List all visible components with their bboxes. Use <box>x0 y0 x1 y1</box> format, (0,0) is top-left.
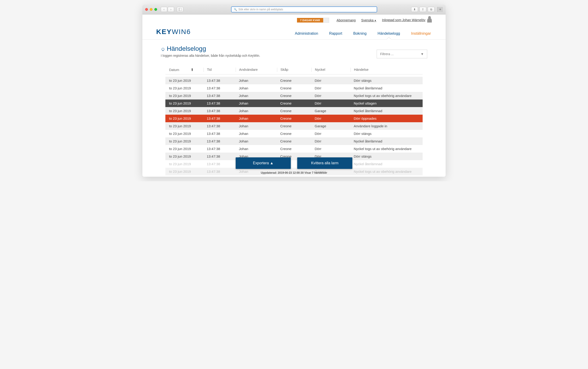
cell: Dörr öppnades <box>351 116 419 120</box>
cell: 13:47:38 <box>203 79 236 82</box>
cell: Creone <box>277 94 312 98</box>
table-row[interactable]: to 23 jun 201913:47:38Nyckel återlämnad <box>165 160 423 168</box>
downloads-icon[interactable]: ⬇ <box>411 7 418 12</box>
cell: to 23 jun 2019 <box>169 132 203 135</box>
cell: Johan <box>236 86 277 90</box>
address-bar[interactable]: 🔍 Sök eller skriv in namn på webbplats <box>231 6 377 12</box>
table-row[interactable]: to 23 jun 201913:47:38JohanCreoneDörrDör… <box>165 130 423 137</box>
export-button[interactable]: Exportera ▲ <box>236 157 291 169</box>
table-row[interactable]: to 23 jun 201913:47:38JohanCreoneGarageN… <box>165 107 423 115</box>
cell: Nyckel togs ut av obehörig användare <box>351 170 419 174</box>
browser-window: ‹ › 🔍 Sök eller skriv in namn på webbpla… <box>142 5 446 177</box>
cell: Nyckel togs ut av obehörig användare <box>351 147 419 151</box>
logged-in-user-link[interactable]: Inloggad som Johan Wärnelöv <box>382 18 425 22</box>
nav-handelselogg[interactable]: Händelselogg <box>377 28 401 39</box>
trial-progress-remainder <box>323 18 329 23</box>
window-controls <box>145 8 157 11</box>
subscription-link[interactable]: Abonnemang <box>336 18 355 22</box>
cell: to 23 jun 2019 <box>169 170 203 174</box>
cell: to 23 jun 2019 <box>169 154 203 158</box>
cell: Creone <box>277 132 312 135</box>
acknowledge-alarms-button[interactable]: Kvittera alla larm <box>297 157 352 169</box>
cell: Dörr <box>312 132 351 135</box>
browser-toolbar: ‹ › 🔍 Sök eller skriv in namn på webbpla… <box>142 5 446 14</box>
close-window-icon[interactable] <box>145 8 148 11</box>
table-row[interactable]: to 23 jun 201913:47:38JohanCreoneDörrDör… <box>165 115 423 122</box>
forward-button[interactable]: › <box>168 7 174 12</box>
filter-dropdown[interactable]: Filtrera ... ▼ <box>377 50 427 58</box>
col-event[interactable]: Händelse <box>351 68 419 72</box>
col-key[interactable]: Nyckel <box>312 68 351 72</box>
col-date[interactable]: Datum ⬆ <box>169 68 203 72</box>
table-row[interactable]: to 23 jun 201913:47:38JohanCreoneDörrNyc… <box>165 137 423 145</box>
cell: Dörr <box>312 139 351 143</box>
cell: 13:47:38 <box>203 170 236 174</box>
cell: to 23 jun 2019 <box>169 147 203 151</box>
new-tab-button[interactable]: + <box>437 7 443 12</box>
language-selector[interactable]: Svenska <box>361 18 376 22</box>
magnifier-icon: ⌕ <box>159 45 166 52</box>
table-body: to 23 jun 201913:47:38JohanCreoneDörrDör… <box>165 77 423 175</box>
cell: Creone <box>277 101 312 105</box>
cell: Användare loggade in <box>351 124 419 128</box>
cell: Johan <box>236 139 277 143</box>
page-subtitle: I loggen registreras alla händelser, båd… <box>161 54 260 57</box>
table-row[interactable]: to 23 jun 201913:47:38JohanCreoneDörrNyc… <box>165 145 423 153</box>
user-icon <box>427 18 432 22</box>
table-row[interactable]: to 23 jun 201913:47:38JohanCreoneDörrDör… <box>165 77 423 84</box>
tabs-icon[interactable]: ⧉ <box>428 7 435 12</box>
table-row[interactable]: to 23 jun 201913:47:38JohanCreoneDörrDör… <box>165 153 423 160</box>
nav-history-buttons: ‹ › <box>161 7 174 12</box>
cell: to 23 jun 2019 <box>169 94 203 98</box>
page-title: Händelselogg <box>167 45 206 52</box>
cell: to 23 jun 2019 <box>169 162 203 166</box>
cell: to 23 jun 2019 <box>169 79 203 82</box>
cell: Dörr <box>312 86 351 90</box>
cell: Dörr <box>312 101 351 105</box>
cell: 13:47:38 <box>203 124 236 128</box>
main-header: KEYWIN6 Administration Rapport Bokning H… <box>142 25 446 40</box>
sidebar-toggle-icon[interactable] <box>177 7 183 12</box>
cell: 13:47:38 <box>203 154 236 158</box>
cell: Johan <box>236 147 277 151</box>
cell: Nyckel återlämnad <box>351 86 419 90</box>
cell: Creone <box>277 86 312 90</box>
nav-administration[interactable]: Administration <box>294 28 319 39</box>
col-time[interactable]: Tid <box>203 68 236 72</box>
cell: Nyckel återlämnad <box>351 109 419 113</box>
cell: Johan <box>236 132 277 135</box>
table-row[interactable]: to 23 jun 201913:47:38JohanCreoneDörrNyc… <box>165 100 423 107</box>
nav-bokning[interactable]: Bokning <box>352 28 367 39</box>
zoom-window-icon[interactable] <box>154 8 157 11</box>
col-user[interactable]: Andvändare <box>236 68 277 72</box>
nav-installningar[interactable]: Inställningar <box>410 28 432 39</box>
back-button[interactable]: ‹ <box>161 7 167 12</box>
col-cabinet[interactable]: Skåp <box>277 68 312 72</box>
cell: Dörr stängs <box>351 154 419 158</box>
cell: 13:47:38 <box>203 116 236 120</box>
cell: Creone <box>277 139 312 143</box>
table-row[interactable]: to 23 jun 201913:47:38JohanCreoneDörrNyc… <box>165 84 423 92</box>
cell: 13:47:38 <box>203 86 236 90</box>
table-row[interactable]: to 23 jun 201913:47:38JohanCreoneDörrNyc… <box>165 92 423 100</box>
cell: Johan <box>236 79 277 82</box>
nav-rapport[interactable]: Rapport <box>328 28 343 39</box>
cell: 13:47:38 <box>203 101 236 105</box>
cell: Creone <box>277 124 312 128</box>
cell: Johan <box>236 101 277 105</box>
share-icon[interactable]: ⇪ <box>419 7 426 12</box>
filter-placeholder: Filtrera ... <box>380 52 394 56</box>
minimize-window-icon[interactable] <box>150 8 152 11</box>
main-nav: Administration Rapport Bokning Händelsel… <box>294 28 432 39</box>
cell: Nyckel återlämnad <box>351 139 419 143</box>
cell: 13:47:38 <box>203 162 236 166</box>
cell: Creone <box>277 109 312 113</box>
cell: Creone <box>277 147 312 151</box>
cell: 13:47:38 <box>203 139 236 143</box>
sort-arrow-up-icon[interactable]: ⬆ <box>191 68 194 72</box>
search-icon: 🔍 <box>234 8 237 11</box>
logo[interactable]: KEYWIN6 <box>156 28 191 39</box>
toolbar-right-buttons: ⬇ ⇪ ⧉ <box>411 7 435 12</box>
cell: 13:47:38 <box>203 94 236 98</box>
table-row[interactable]: to 23 jun 201913:47:38JohanCreoneGarageA… <box>165 122 423 130</box>
